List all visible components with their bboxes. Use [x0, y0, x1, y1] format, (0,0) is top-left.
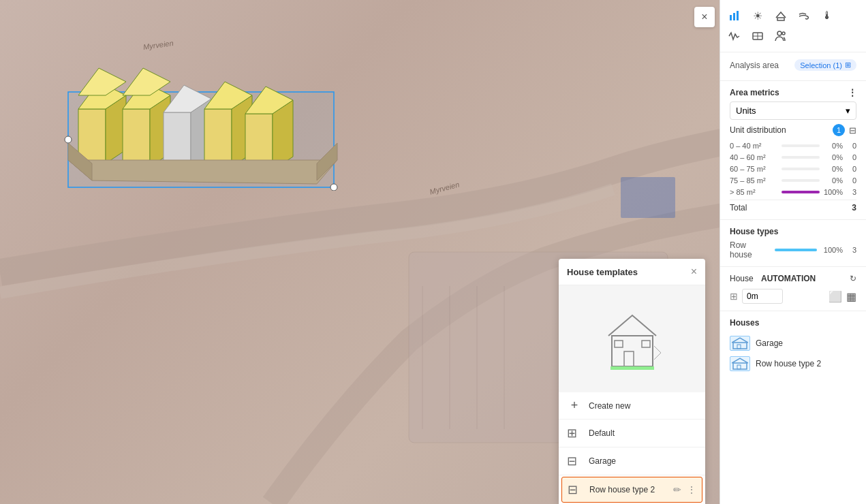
template-item-default[interactable]: ⊞ Default [559, 420, 705, 447]
dist-row-4: > 85 m² 100% 3 [730, 188, 856, 196]
edit-template-icon[interactable]: ✏ [673, 484, 681, 495]
dist-pct-3: 0% [824, 176, 843, 185]
garage-template-label: Garage [589, 456, 697, 466]
temperature-icon[interactable]: 🌡 [820, 8, 835, 23]
more-options-icon[interactable]: ⋮ [848, 88, 856, 97]
dist-range-1: 40 – 60 m² [730, 153, 777, 161]
svg-rect-36 [733, 13, 735, 20]
blue-building [621, 177, 675, 218]
refresh-icon[interactable]: ↻ [850, 274, 856, 283]
dist-row-2: 60 – 75 m² 0% 0 [730, 165, 856, 173]
selection-badge[interactable]: Selection (1) ⊞ [794, 59, 856, 71]
svg-rect-38 [777, 18, 784, 20]
map-close-button[interactable]: × [694, 7, 715, 27]
people-icon[interactable] [773, 29, 788, 44]
house-item-1[interactable]: Row house type 2 [730, 353, 856, 374]
garage-template-icon: ⊟ [567, 454, 582, 469]
house-type-count-0: 3 [847, 246, 856, 254]
area-metrics-title: Area metrics ⋮ [730, 88, 856, 97]
house-types-title: House types [730, 227, 856, 236]
toolbar-row-2 [727, 26, 859, 46]
svg-point-42 [777, 31, 782, 35]
panel-toolbar: ☀ 🌡 [720, 0, 866, 52]
more-template-icon[interactable]: ⋮ [687, 484, 696, 495]
automation-title: House AUTOMATION ↻ [730, 274, 856, 283]
modal-title: House templates [567, 267, 638, 277]
unit-dist-label: Unit distribution [730, 125, 786, 135]
row-house-template-icon: ⊟ [568, 482, 583, 497]
dist-pct-0: 0% [824, 142, 843, 150]
house-types-container: Row house 100% 3 [730, 240, 856, 259]
dist-count-0: 0 [847, 142, 856, 150]
dist-bar-bg-3 [782, 179, 820, 182]
svg-marker-11 [78, 68, 126, 95]
view-icon-2[interactable]: ▦ [846, 290, 856, 303]
template-item-row-house[interactable]: ⊟ Row house type 2 ✏ ⋮ [561, 477, 702, 503]
automation-text: AUTOMATION [761, 274, 816, 283]
create-new-label: Create new [589, 401, 697, 411]
dist-pct-2: 0% [824, 165, 843, 173]
dist-bar-bg-1 [782, 156, 820, 159]
svg-rect-30 [615, 341, 623, 347]
svg-rect-29 [624, 351, 634, 366]
dist-count-4: 3 [847, 188, 856, 196]
sun-icon[interactable]: ☀ [750, 8, 765, 23]
dist-range-0: 0 – 40 m² [730, 142, 777, 150]
house-types-section: House types Row house 100% 3 [720, 220, 866, 267]
default-template-label: Default [589, 428, 697, 438]
svg-rect-44 [733, 343, 747, 349]
svg-marker-12 [123, 109, 150, 167]
dist-row-1: 40 – 60 m² 0% 0 [730, 153, 856, 161]
house-type-name-0: Row house [730, 240, 771, 259]
svg-rect-37 [737, 11, 739, 20]
wind-icon[interactable] [797, 8, 811, 23]
total-label: Total [730, 203, 747, 212]
row-house-template-label: Row house type 2 [589, 485, 666, 494]
dist-count-2: 0 [847, 165, 856, 173]
dist-bar-bg-2 [782, 168, 820, 170]
dist-range-3: 75 – 85 m² [730, 176, 777, 185]
create-plus-icon: + [567, 398, 582, 413]
view-icon-1[interactable]: ⬜ [829, 290, 842, 303]
modal-close-button[interactable]: × [691, 266, 697, 278]
house-type-bar-0 [775, 249, 817, 251]
svg-line-34 [654, 353, 661, 360]
dimension-icon: ⊞ [730, 291, 738, 302]
dist-rows-container: 0 – 40 m² 0% 0 40 – 60 m² 0% 0 60 – 75 m… [730, 142, 856, 196]
house-thumb-0 [730, 336, 750, 351]
analysis-area-section: Analysis area Selection (1) ⊞ [720, 52, 866, 81]
total-row: Total 3 [730, 200, 856, 212]
buildings-3d [58, 27, 351, 191]
house-templates-modal: House templates × + Create new [559, 259, 705, 504]
selection-badge-text: Selection (1) [800, 61, 842, 69]
svg-rect-31 [642, 341, 650, 347]
houses-container: Garage Row house type 2 [730, 333, 856, 374]
house-thumb-1 [730, 356, 750, 371]
chart-icon[interactable] [727, 8, 742, 23]
analysis-area-row: Analysis area Selection (1) ⊞ [730, 59, 856, 71]
dist-range-2: 60 – 75 m² [730, 165, 777, 173]
roof-icon[interactable] [773, 8, 788, 23]
house-item-0[interactable]: Garage [730, 333, 856, 353]
dist-pct-1: 0% [824, 153, 843, 161]
filter-icon[interactable]: ⊟ [849, 125, 856, 136]
template-create-new[interactable]: + Create new [559, 392, 705, 420]
house-type-bar-bg-0 [775, 249, 817, 251]
dimension-input[interactable] [742, 289, 783, 304]
house-preview-svg [598, 305, 666, 373]
svg-point-43 [782, 32, 785, 35]
units-dropdown[interactable]: Units ▾ [730, 101, 856, 120]
automation-section: House AUTOMATION ↻ ⊞ ⬜ ▦ [720, 267, 866, 311]
view-icons: ⬜ ▦ [829, 290, 856, 303]
svg-point-7 [330, 184, 337, 191]
svg-rect-32 [610, 366, 654, 370]
template-item-garage[interactable]: ⊟ Garage [559, 447, 705, 475]
house-name-0: Garage [756, 338, 783, 348]
solar-panel-icon[interactable] [750, 29, 765, 44]
dist-row-0: 0 – 40 m² 0% 0 [730, 142, 856, 150]
right-panel: ☀ 🌡 Analysis area Selection [720, 0, 866, 504]
waveform-icon[interactable] [727, 29, 742, 44]
house-type-pct-0: 100% [821, 246, 843, 254]
dist-range-4: > 85 m² [730, 188, 777, 196]
dist-row-3: 75 – 85 m² 0% 0 [730, 176, 856, 185]
